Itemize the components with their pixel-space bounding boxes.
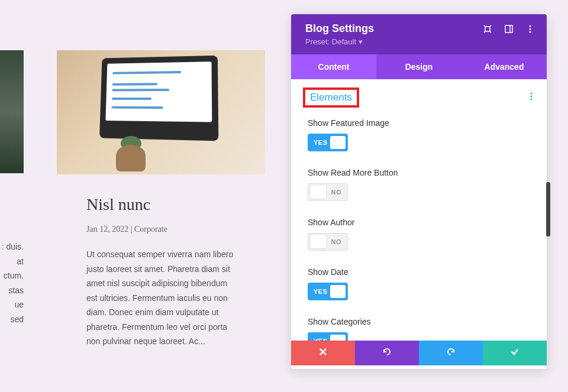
cancel-button[interactable] [291, 341, 355, 365]
scrollbar-thumb[interactable] [546, 182, 550, 237]
content-preview: : duis. at ctum. stas ue sed Nisl nunc [0, 0, 290, 392]
setting-show-author: Show Author NO [291, 212, 547, 261]
panel-header: Blog Settings Preset: Default ▾ [291, 14, 547, 54]
post-content: Nisl nunc Jan 12, 2022 | Corporate Ut co… [57, 174, 265, 349]
post-meta: Jan 12, 2022 | Corporate [86, 225, 238, 234]
post-date: Jan 12, 2022 [86, 225, 128, 234]
blog-post-card: Nisl nunc Jan 12, 2022 | Corporate Ut co… [57, 50, 265, 349]
redo-button[interactable] [419, 341, 483, 365]
panel-title: Blog Settings [305, 22, 374, 35]
svg-point-6 [531, 93, 532, 95]
setting-show-date: Show Date YES [291, 261, 547, 311]
setting-label: Show Author [308, 218, 530, 227]
setting-label: Show Categories [308, 317, 530, 326]
post-title[interactable]: Nisl nunc [86, 195, 238, 214]
save-button[interactable] [483, 341, 547, 365]
setting-label: Show Date [308, 267, 530, 277]
snap-icon[interactable] [504, 24, 514, 34]
preset-selector[interactable]: Preset: Default ▾ [305, 37, 535, 46]
more-icon[interactable] [525, 24, 535, 34]
settings-panel: Blog Settings Preset: Default ▾ Content … [291, 14, 547, 369]
chevron-down-icon: ▾ [359, 37, 363, 46]
svg-point-7 [531, 96, 532, 98]
previous-post-text-edge: : duis. at ctum. stas ue sed [0, 239, 24, 326]
previous-post-image-edge [0, 50, 24, 173]
svg-rect-0 [485, 27, 490, 31]
tabs: Content Design Advanced [291, 54, 547, 79]
section-menu-icon[interactable] [530, 92, 535, 103]
svg-rect-1 [505, 25, 512, 33]
toggle-show-featured-image[interactable]: YES [308, 134, 348, 151]
toggle-show-date[interactable]: YES [308, 283, 348, 300]
toggle-show-author[interactable]: NO [308, 233, 348, 251]
check-icon [510, 347, 519, 359]
svg-point-8 [531, 99, 532, 101]
toggle-show-read-more[interactable]: NO [308, 183, 348, 201]
setting-show-featured-image: Show Featured Image YES [291, 112, 547, 162]
setting-show-read-more: Show Read More Button NO [291, 162, 547, 212]
redo-icon [446, 347, 456, 359]
setting-label: Show Read More Button [308, 168, 530, 177]
featured-image[interactable] [57, 50, 265, 174]
close-icon [319, 348, 327, 358]
post-category[interactable]: Corporate [134, 225, 167, 234]
tab-design[interactable]: Design [376, 54, 462, 79]
section-elements-title[interactable]: Elements [303, 88, 359, 108]
svg-point-3 [530, 25, 531, 27]
setting-show-categories: Show Categories YES [291, 311, 547, 341]
setting-label: Show Featured Image [308, 118, 530, 128]
footer-actions [291, 341, 547, 365]
svg-point-5 [530, 31, 531, 33]
post-excerpt: Ut consequat semper viverra nam libero j… [86, 247, 238, 349]
tab-advanced[interactable]: Advanced [462, 54, 547, 79]
svg-point-4 [530, 28, 531, 30]
panel-body: Elements Show Featured Image YES Show Re… [291, 79, 547, 341]
expand-icon[interactable] [483, 24, 492, 34]
tab-content[interactable]: Content [291, 54, 376, 79]
toggle-show-categories[interactable]: YES [308, 332, 348, 341]
undo-button[interactable] [355, 341, 419, 365]
undo-icon [382, 347, 392, 359]
